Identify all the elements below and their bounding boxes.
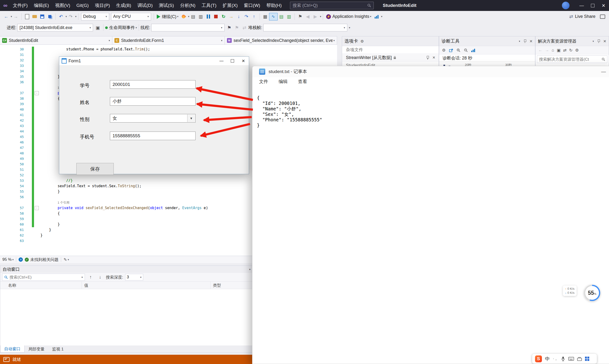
save-button[interactable]: 保存 [76,163,114,175]
minimize-button[interactable]: — [576,0,587,11]
line-number[interactable]: 54 [0,183,24,189]
form-maximize-button[interactable] [227,57,238,65]
zoom-out-icon[interactable] [464,48,468,52]
save-all-icon[interactable] [46,13,53,20]
intellitrace-icon[interactable]: ▤ [278,13,285,20]
form-close-button[interactable]: ✕ [238,57,249,65]
process-snapshot-icon[interactable]: ▣ [94,24,101,31]
toolbox-icon[interactable] [577,357,582,361]
menu-item-10[interactable]: 扩展(X) [220,0,241,11]
breakpoints-window-icon[interactable]: ▥ [197,13,204,20]
form1-title-bar[interactable]: Form1 — ✕ [59,57,249,65]
intellitrace-events-icon[interactable]: ▥ [285,13,293,20]
line-number[interactable]: 37 [0,91,24,96]
line-number[interactable]: 59 [0,216,24,222]
ime-language-indicator[interactable]: 中 [545,356,550,362]
tab-autos[interactable]: 自动窗口 [0,345,25,352]
close-icon[interactable]: ✕ [603,39,606,43]
microphone-icon[interactable] [561,356,565,361]
line-number[interactable]: 42 [0,118,24,123]
reset-view-chart-icon[interactable] [471,48,475,52]
zoom-in-icon[interactable] [456,48,461,52]
menu-item-5[interactable]: 生成(B) [113,0,134,11]
combobox-dropdown-icon[interactable]: ▼ [187,115,195,122]
pin-icon[interactable] [597,39,600,43]
line-number[interactable]: 49 [0,156,24,162]
feedback-icon[interactable] [599,13,606,20]
restart-icon[interactable]: ↻ [220,13,227,20]
line-number[interactable]: 58 [0,211,24,216]
ime-toolbar[interactable]: S 中 ·， [532,354,597,364]
pin-icon[interactable] [426,56,429,59]
line-number[interactable]: 43 [0,123,24,129]
close-tab-icon[interactable]: ✕ [432,55,435,60]
quick-search-input[interactable]: 搜索 (Ctrl+Q) [290,2,374,9]
column-type[interactable]: 类型 [210,283,221,288]
menu-item-8[interactable]: 分析(N) [177,0,198,11]
tabs-panel-header[interactable]: 选项卡 ⚙ [342,36,439,46]
performance-badge[interactable]: 55 % [584,285,600,301]
autos-menu-icon[interactable]: ▾ [249,268,250,271]
continue-button[interactable]: 继续(C) ▾ [155,14,180,20]
bookmark-icon[interactable]: ⚑ [297,13,304,20]
ime-grid-icon[interactable] [585,357,589,361]
redo-icon[interactable]: ↷ [67,13,74,20]
line-number[interactable]: 57 [0,205,24,211]
open-file-icon[interactable] [31,13,38,20]
ime-punctuation-icon[interactable]: ·， [553,356,558,361]
line-number[interactable]: 39 [0,101,24,107]
line-number[interactable]: 31 [0,52,24,58]
line-number[interactable]: 45 [0,134,24,140]
line-number[interactable]: 35 [0,74,24,79]
pin-icon[interactable] [524,39,526,43]
phone-input[interactable]: 15588885555 [110,131,195,140]
menu-item-9[interactable]: 工具(T) [199,0,220,11]
keyboard-icon[interactable] [568,357,574,361]
bookmark-prev-icon[interactable]: ◀ [304,13,311,20]
back-icon[interactable]: ← [538,48,542,52]
line-number[interactable]: 41 [0,112,24,118]
search-up-icon[interactable]: ↑ [87,273,94,281]
step-over-icon[interactable]: ↷ [243,13,250,20]
line-number[interactable]: 56 [0,194,24,200]
line-number[interactable]: 36 [0,79,24,85]
code-cleanup-icon[interactable]: ✎ [64,257,67,262]
menu-item-3[interactable]: Git(G) [73,0,92,11]
solution-config-select[interactable]: Debug▾ [81,13,109,20]
line-number[interactable]: 53 [0,178,24,183]
student-id-input[interactable]: 2000101 [110,80,195,89]
stackframe-select[interactable]: ▾ [263,24,347,31]
line-number[interactable]: 50 [0,162,24,167]
form-minimize-button[interactable]: — [216,57,227,65]
collapse-all-icon[interactable]: ▣ [557,48,560,53]
line-number[interactable]: 62 [0,233,24,238]
new-file-icon[interactable] [24,13,31,20]
show-flagged-only-icon[interactable]: ⇄ [241,24,248,31]
menu-item-6[interactable]: 调试(D) [134,0,155,11]
window-layout-icon[interactable]: ▤ [190,13,197,20]
line-number[interactable]: 32 [0,58,24,63]
lifecycle-events-button[interactable]: 生命周期事件 ▾ [105,25,137,30]
menu-item-2[interactable]: 视图(V) [52,0,73,11]
gear-icon[interactable]: ⚙ [575,48,579,53]
line-number[interactable]: 34 [0,68,24,74]
application-insights-button[interactable]: ⚡ Application Insights ▾ [325,14,373,19]
bookmark-next-icon[interactable]: ▶ [312,13,319,20]
nav-member-select[interactable]: M sexField_SelectedIndexChanged(object s… [225,36,337,44]
show-next-statement-icon[interactable]: → [228,13,235,20]
notepad-minimize-button[interactable]: — [598,66,609,77]
line-number[interactable]: 33 [0,63,24,68]
feedback-status-icon[interactable] [3,357,10,362]
thread-select[interactable]: ▾ [151,24,225,31]
output-window-icon[interactable]: ▦ [262,13,269,20]
tab-watch1[interactable]: 监视 1 [48,345,67,352]
name-input[interactable]: 小舒 [110,97,195,106]
process-select[interactable]: [24388] StudentInfoEdit.exe▾ [17,24,93,31]
line-number[interactable]: 47 [0,145,24,151]
line-number[interactable]: 48 [0,151,24,156]
menu-item-0[interactable]: 文件(F) [10,0,31,11]
notepad-menu-0[interactable]: 文件 [259,78,268,85]
flag-outline-icon[interactable]: ⚑ [233,24,241,31]
codelens-references[interactable]: 1 个引用 [58,200,69,205]
maximize-button[interactable] [587,0,598,11]
